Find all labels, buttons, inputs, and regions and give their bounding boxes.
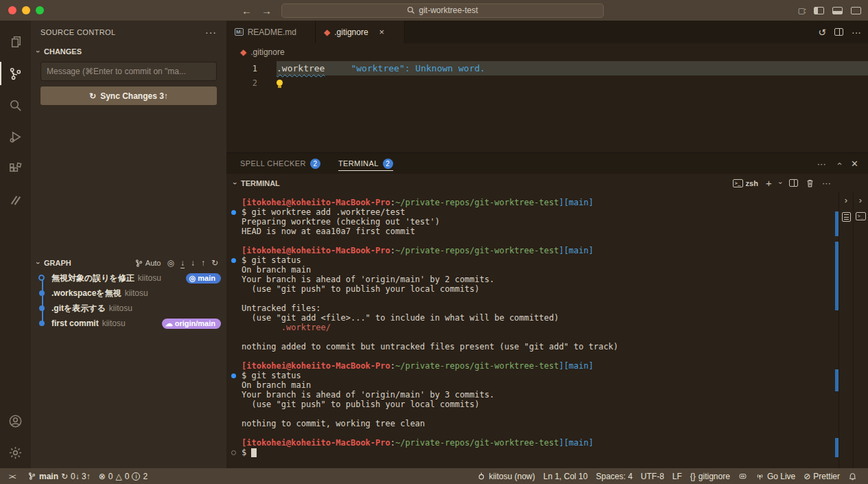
close-tab-icon[interactable]: ×	[379, 27, 385, 37]
prettier-status-item[interactable]: ⊘ Prettier	[799, 468, 844, 484]
search-icon[interactable]	[0, 89, 31, 121]
commit-message-placeholder: Message (⌘Enter to commit on "ma...	[47, 67, 186, 76]
command-center-search[interactable]: git-worktree-test	[281, 3, 604, 18]
commit-row[interactable]: 無視対象の誤りを修正kiitosu◎main	[31, 270, 226, 286]
panel-tab-badge: 2	[383, 159, 393, 169]
copilot-status-item[interactable]	[734, 468, 751, 484]
line-number: 2	[226, 78, 257, 88]
fetch-icon[interactable]: ↓	[180, 258, 185, 268]
panel-tab-spell-checker[interactable]: SPELL CHECKER2	[240, 153, 320, 174]
terminal-line: nothing to commit, working tree clean	[226, 419, 838, 428]
command-decoration-icon[interactable]	[231, 450, 236, 455]
editor-more-actions-icon[interactable]: ···	[852, 27, 861, 38]
cursor-position-item[interactable]: Ln 1, Col 10	[539, 468, 592, 484]
terminal-section-header[interactable]: › TERMINAL >_ zsh + › ···	[226, 174, 868, 192]
accounts-icon[interactable]	[0, 405, 31, 437]
kill-terminal-trash-icon[interactable]	[806, 178, 814, 188]
error-count: 0	[108, 472, 113, 481]
close-window-button[interactable]	[8, 6, 16, 14]
terminal-more-actions-icon[interactable]: ···	[822, 178, 831, 188]
sidebar-more-actions-icon[interactable]: ···	[205, 27, 217, 38]
chevron-right-icon[interactable]: ›	[845, 195, 847, 205]
terminal-line: (use "git add <file>..." to include in w…	[226, 313, 838, 323]
terminal-line: (use "git push" to publish your local co…	[226, 400, 838, 409]
chevron-down-icon: ›	[231, 180, 239, 187]
minimize-window-button[interactable]	[22, 6, 30, 14]
command-decoration-icon[interactable]	[231, 258, 236, 263]
terminal-line	[226, 428, 838, 438]
branch-name: main	[39, 472, 58, 481]
branch-badge-main[interactable]: ◎main	[186, 273, 221, 284]
terminal-tabs-list-icon[interactable]	[842, 212, 851, 222]
chevron-right-icon[interactable]: ›	[859, 195, 862, 205]
split-terminal-icon[interactable]	[789, 179, 798, 187]
terminal-output[interactable]: [itokohei@koheiito-MacBook-Pro:~/private…	[226, 192, 838, 468]
terminal-line	[226, 352, 838, 361]
close-panel-icon[interactable]: ✕	[851, 159, 858, 169]
push-icon[interactable]: ↑	[201, 258, 205, 268]
commit-message: 無視対象の誤りを修正	[51, 273, 134, 284]
profile-status-item[interactable]: kiitosu (now)	[473, 468, 539, 484]
notifications-item[interactable]	[844, 468, 861, 484]
spellcheck-hint: "worktree": Unknown word.	[351, 63, 485, 73]
branch-status-item[interactable]: main ↻ 0↓ 3↑	[23, 468, 95, 484]
changes-section-header[interactable]: › CHANGES	[31, 44, 226, 59]
toggle-panel-icon[interactable]	[832, 7, 843, 14]
go-live-item[interactable]: Go Live	[751, 468, 799, 484]
maximize-window-button[interactable]	[36, 6, 44, 14]
editor-tab-.gitignore[interactable]: ◆.gitignore×	[316, 21, 405, 43]
code-token-worktree[interactable]: .worktree	[277, 63, 325, 73]
source-control-icon[interactable]	[0, 58, 31, 89]
breadcrumb[interactable]: ◆ .gitignore	[226, 43, 868, 61]
sync-changes-button[interactable]: ↻ Sync Changes 3↑	[40, 87, 217, 105]
panel-tab-terminal[interactable]: TERMINAL2	[338, 153, 393, 174]
eol-item[interactable]: LF	[668, 468, 686, 484]
editor-tab-README.md[interactable]: M↓README.md	[226, 21, 316, 43]
run-debug-icon[interactable]	[0, 121, 31, 152]
commit-row[interactable]: first commitkiitosu☁origin/main	[31, 316, 226, 331]
language-mode-item[interactable]: {} gitignore	[686, 468, 734, 484]
graph-section-header[interactable]: › GRAPH Auto ◎ ↓ ↓ ↑ ↻	[31, 255, 226, 270]
commit-row[interactable]: .workspaceを無視kiitosu	[31, 286, 226, 301]
new-terminal-icon[interactable]: +	[766, 177, 772, 189]
customize-layout-icon[interactable]: ▢ :	[798, 6, 806, 15]
window-controls[interactable]	[8, 6, 104, 14]
terminal-dropdown-icon[interactable]: ›	[777, 182, 784, 184]
command-decoration-icon[interactable]	[231, 373, 236, 378]
encoding-item[interactable]: UTF-8	[637, 468, 668, 484]
commit-message-input[interactable]: Message (⌘Enter to commit on "ma...	[40, 62, 217, 81]
terminal-line: nothing added to commit but untracked fi…	[226, 342, 838, 352]
vscode-window: ← → git-worktree-test ▢ :	[0, 0, 868, 484]
commit-row[interactable]: .gitを表示するkiitosu	[31, 301, 226, 316]
graph-target-icon[interactable]: ◎	[167, 258, 174, 268]
refresh-icon[interactable]: ↻	[211, 258, 218, 268]
toggle-secondary-sidebar-icon[interactable]	[851, 7, 861, 14]
navigate-back-icon[interactable]: ←	[242, 5, 252, 16]
sync-counts: 0↓ 3↑	[71, 472, 91, 481]
command-decoration-icon[interactable]	[231, 210, 236, 215]
terminal-line: $	[226, 448, 838, 457]
pull-icon[interactable]: ↓	[191, 258, 195, 268]
explorer-icon[interactable]	[0, 26, 31, 58]
toggle-primary-sidebar-icon[interactable]	[814, 7, 824, 14]
editor-area: M↓README.md◆.gitignore× ↺ ··· ◆ .gitigno…	[226, 21, 868, 152]
timeline-history-icon[interactable]: ↺	[818, 27, 826, 38]
problems-status-item[interactable]: ⊗ 0 △ 0 i 2	[95, 468, 152, 484]
panel-more-actions-icon[interactable]: ···	[817, 159, 826, 169]
settings-gear-icon[interactable]	[0, 437, 31, 468]
remote-indicator[interactable]: ><	[0, 468, 23, 484]
navigate-forward-icon[interactable]: →	[261, 5, 272, 16]
badge-label: main	[198, 274, 215, 282]
lightbulb-quickfix-icon[interactable]	[277, 80, 283, 86]
shell-indicator[interactable]: >_ zsh	[733, 179, 758, 187]
branch-badge-origin-main[interactable]: ☁origin/main	[162, 319, 221, 329]
code-editor[interactable]: 1 .worktree "worktree": Unknown word. 2	[226, 61, 868, 152]
terminal-line: .worktree/	[226, 323, 838, 332]
graph-repo-picker[interactable]: Auto	[134, 259, 161, 268]
extensions-icon[interactable]	[0, 152, 31, 184]
maximize-panel-icon[interactable]: ›	[833, 162, 843, 165]
terminal-settings-icon[interactable]: >_	[856, 212, 866, 220]
indentation-item[interactable]: Spaces: 4	[591, 468, 636, 484]
live-server-extension-icon[interactable]	[0, 184, 31, 216]
split-editor-icon[interactable]	[834, 28, 843, 36]
